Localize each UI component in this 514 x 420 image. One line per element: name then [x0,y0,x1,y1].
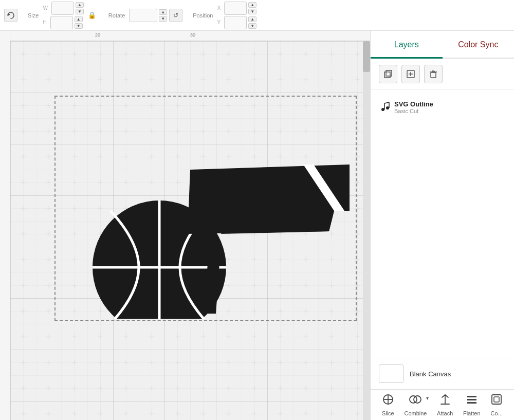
layer-type: Basic Cut [394,108,505,114]
y-up-btn[interactable]: ▲ [248,16,256,22]
selection-border [54,96,357,321]
w-label: W [43,5,47,11]
rotate-spinner: ▲ ▼ [159,9,167,22]
svg-point-23 [414,396,421,403]
size-group: Size W ▲ ▼ H ▲ ▼ 🔒 [28,2,98,29]
contour-label: Co... [491,410,503,416]
width-down-btn[interactable]: ▼ [76,9,84,14]
flatten-button[interactable]: Flatten [463,393,481,416]
vertical-scrollbar[interactable] [363,41,370,420]
combine-label: Combine [404,410,427,416]
flatten-label: Flatten [463,410,481,416]
svg-rect-29 [494,397,499,402]
slice-label: Slice [382,410,394,416]
y-down-btn[interactable]: ▼ [248,23,256,29]
scrollbar-thumb[interactable] [363,41,370,72]
width-input[interactable] [51,2,74,15]
right-panel: Layers Color Sync [370,31,514,420]
tab-layers[interactable]: Layers [371,31,443,58]
blank-canvas-section: Blank Canvas [371,358,514,389]
blank-canvas-thumbnail [379,364,403,383]
x-spinner: ▲ ▼ [248,2,256,14]
lock-icon[interactable]: 🔒 [88,11,96,19]
combine-button[interactable]: Combine ▾ [404,393,427,416]
layer-item-svg-outline[interactable]: SVG Outline Basic Cut [375,96,510,118]
svg-rect-28 [492,395,501,404]
rotate-down-btn[interactable]: ▼ [159,16,167,22]
canvas-area[interactable]: 20 30 [0,31,370,420]
add-icon [406,69,415,79]
add-layer-button[interactable] [401,65,420,83]
attach-button[interactable]: Attach [437,393,453,416]
delete-layer-button[interactable] [424,65,443,83]
svg-rect-5 [386,70,392,76]
rotate-reset-button[interactable]: ↺ [169,9,182,22]
grid-canvas [10,41,370,420]
width-up-btn[interactable]: ▲ [76,2,84,8]
x-up-btn[interactable]: ▲ [248,2,256,8]
y-label: Y [217,20,221,25]
svg-line-17 [384,102,389,103]
duplicate-icon [383,69,393,79]
y-spinner: ▲ ▼ [248,16,256,29]
x-input[interactable] [224,2,247,15]
duplicate-layer-button[interactable] [379,65,397,83]
layers-list: SVG Outline Basic Cut [371,90,514,358]
svg-rect-26 [467,399,476,400]
x-label: X [217,5,221,11]
rotate-input[interactable] [129,9,157,22]
position-label: Position [193,12,213,19]
y-input[interactable] [224,16,247,29]
layer-music-icon [380,101,390,114]
toolbar-rotate-tool-group [4,9,17,22]
height-spinner: ▲ ▼ [75,16,83,29]
svg-rect-9 [431,72,436,78]
flatten-icon [466,393,478,408]
blank-canvas-label: Blank Canvas [410,370,451,378]
rotate-group: Rotate ▲ ▼ ↺ [108,9,182,22]
svg-rect-4 [384,72,390,78]
combine-icon [409,393,421,408]
svg-point-14 [381,108,384,111]
attach-icon [439,393,451,408]
height-up-btn[interactable]: ▲ [75,16,83,22]
svg-point-15 [386,106,389,109]
panel-tabs: Layers Color Sync [371,31,514,59]
top-toolbar: Size W ▲ ▼ H ▲ ▼ 🔒 Rotate [0,0,514,31]
svg-rect-27 [467,402,476,404]
logo-container[interactable] [57,98,355,319]
contour-button[interactable]: Co... [490,393,503,416]
main-area: 20 30 [0,31,514,420]
layer-name: SVG Outline [394,100,505,108]
h-label: H [43,20,46,25]
contour-icon [490,393,503,408]
position-group: Position X ▲ ▼ Y ▲ ▼ [193,2,256,29]
ruler-vertical [0,31,10,420]
panel-toolbar [371,59,514,90]
ruler-mark-30: 30 [190,32,195,38]
ruler-mark-20: 20 [95,32,100,38]
attach-label: Attach [437,410,453,416]
panel-bottom-toolbar: Slice Combine ▾ [371,389,514,420]
combine-dropdown-arrow[interactable]: ▾ [426,395,429,401]
rotate-up-btn[interactable]: ▲ [159,9,167,15]
height-down-btn[interactable]: ▼ [75,23,83,29]
layer-info-svg-outline: SVG Outline Basic Cut [394,100,505,114]
rotate-tool-button[interactable] [4,9,17,22]
x-down-btn[interactable]: ▼ [248,9,256,14]
svg-rect-25 [467,396,476,397]
rotate-label: Rotate [108,12,125,19]
slice-icon [382,393,394,408]
width-spinner: ▲ ▼ [76,2,84,14]
trash-icon [429,69,438,79]
slice-button[interactable]: Slice [382,393,394,416]
tab-color-sync[interactable]: Color Sync [443,31,515,58]
size-label: Size [28,12,39,19]
height-input[interactable] [50,16,73,29]
ruler-horizontal: 20 30 [0,31,370,41]
svg-point-22 [410,396,417,403]
